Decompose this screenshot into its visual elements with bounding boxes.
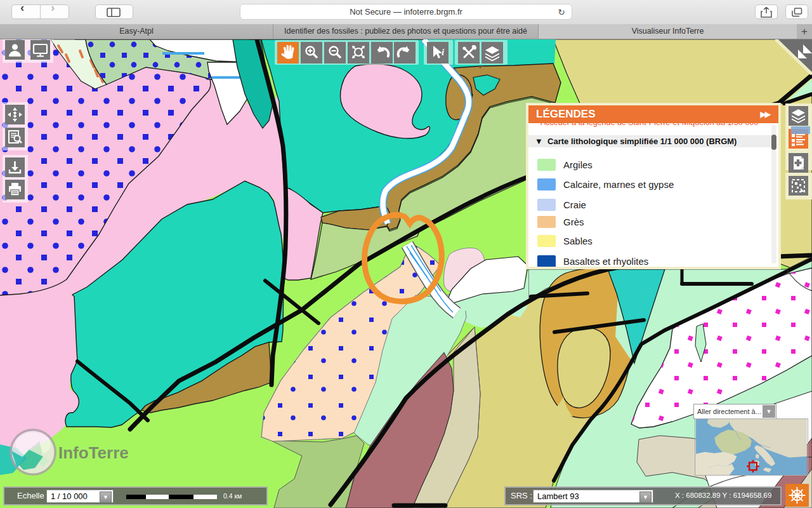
svg-text:i: i (442, 47, 445, 57)
